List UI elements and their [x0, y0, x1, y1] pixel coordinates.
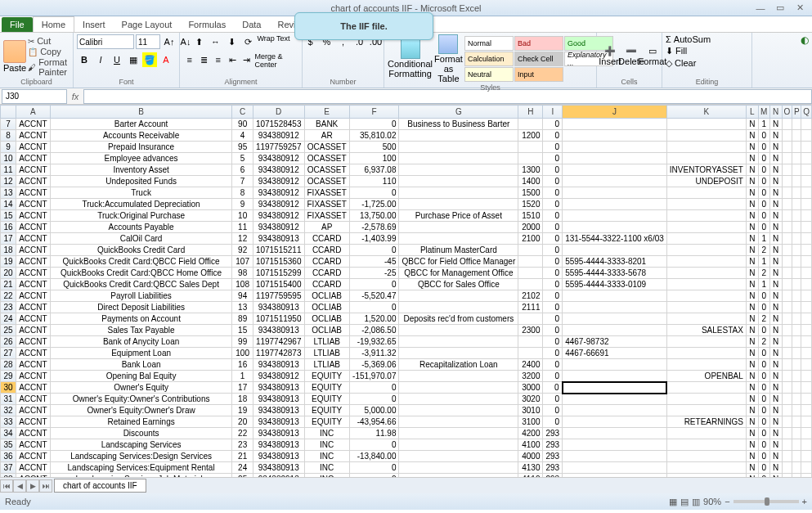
- cell[interactable]: 0: [758, 474, 769, 478]
- cell[interactable]: 0: [758, 164, 769, 176]
- cell[interactable]: 0: [758, 439, 769, 451]
- row-header[interactable]: 7: [1, 119, 16, 130]
- orientation-icon[interactable]: ⟳: [240, 34, 255, 49]
- cell[interactable]: [792, 336, 801, 348]
- cell[interactable]: [782, 119, 792, 130]
- cell[interactable]: Bank Loan: [50, 359, 232, 371]
- cell[interactable]: Direct Deposit Liabilities: [50, 302, 232, 313]
- cell[interactable]: N: [769, 130, 782, 142]
- cell[interactable]: 0: [543, 359, 563, 371]
- cell[interactable]: 89: [232, 313, 253, 325]
- underline-button[interactable]: U: [110, 52, 124, 67]
- cell[interactable]: [399, 416, 518, 428]
- cell[interactable]: [666, 256, 746, 268]
- cell[interactable]: N: [769, 119, 782, 130]
- help-icon[interactable]: ◐: [801, 34, 809, 46]
- cell[interactable]: ACCNT: [16, 256, 50, 268]
- cell[interactable]: [563, 176, 667, 187]
- cell[interactable]: [399, 462, 518, 474]
- cell[interactable]: N: [746, 394, 758, 405]
- cell[interactable]: 0: [543, 142, 563, 153]
- cell[interactable]: [399, 199, 518, 210]
- cell[interactable]: [782, 256, 792, 268]
- cell[interactable]: 934380912: [253, 164, 304, 176]
- cell[interactable]: [801, 359, 812, 371]
- cell[interactable]: [792, 439, 801, 451]
- cell[interactable]: -19,932.65: [349, 336, 399, 348]
- cell[interactable]: 0: [758, 210, 769, 222]
- cell[interactable]: N: [746, 474, 758, 478]
- cell[interactable]: OCLIAB: [304, 302, 349, 313]
- cell[interactable]: [666, 279, 746, 290]
- cell[interactable]: [563, 302, 667, 313]
- cell[interactable]: [563, 199, 667, 210]
- cell[interactable]: [782, 142, 792, 153]
- row-header[interactable]: 8: [1, 130, 16, 142]
- cell[interactable]: N: [769, 142, 782, 153]
- cell[interactable]: Truck:Accumulated Depreciation: [50, 199, 232, 210]
- cell[interactable]: 0: [543, 279, 563, 290]
- cell[interactable]: [399, 142, 518, 153]
- cell[interactable]: Accounts Receivable: [50, 130, 232, 142]
- col-header-M[interactable]: M: [758, 106, 769, 119]
- cell[interactable]: [801, 256, 812, 268]
- cell[interactable]: [801, 348, 812, 359]
- cell[interactable]: 2100: [518, 233, 543, 245]
- cell[interactable]: BANK: [304, 119, 349, 130]
- cell[interactable]: N: [769, 290, 782, 302]
- cell[interactable]: 0: [543, 256, 563, 268]
- cell[interactable]: 0: [349, 439, 399, 451]
- cell[interactable]: 1400: [518, 176, 543, 187]
- cell[interactable]: AP: [304, 222, 349, 233]
- col-header-B[interactable]: B: [50, 106, 232, 119]
- cell[interactable]: N: [769, 325, 782, 336]
- cell[interactable]: ACCNT: [16, 405, 50, 416]
- cell[interactable]: 934380912: [253, 130, 304, 142]
- cell[interactable]: 94: [232, 290, 253, 302]
- cell[interactable]: N: [746, 348, 758, 359]
- style-check-cell[interactable]: Check Cell: [514, 52, 563, 66]
- cell[interactable]: [782, 187, 792, 199]
- cell[interactable]: [801, 405, 812, 416]
- cell[interactable]: Employee advances: [50, 153, 232, 164]
- row-header[interactable]: 34: [1, 428, 16, 439]
- cell[interactable]: FIXASSET: [304, 199, 349, 210]
- format-painter-button[interactable]: Format Painter: [28, 57, 70, 77]
- cell[interactable]: Payments on Account: [50, 313, 232, 325]
- cell[interactable]: QuickBooks Credit Card:QBCC Home Office: [50, 268, 232, 279]
- cell[interactable]: N: [746, 336, 758, 348]
- row-header[interactable]: 21: [1, 279, 16, 290]
- cell[interactable]: EQUITY: [304, 405, 349, 416]
- cell[interactable]: -5,520.47: [349, 290, 399, 302]
- cell[interactable]: [518, 142, 543, 153]
- cell[interactable]: 108: [232, 279, 253, 290]
- cell[interactable]: 934380912: [253, 153, 304, 164]
- col-header-L[interactable]: L: [746, 106, 758, 119]
- cell[interactable]: ACCNT: [16, 199, 50, 210]
- cell[interactable]: 5,000.00: [349, 405, 399, 416]
- style-normal[interactable]: Normal: [464, 36, 514, 51]
- cell[interactable]: 8: [232, 187, 253, 199]
- cell[interactable]: -3,911.32: [349, 348, 399, 359]
- cell[interactable]: [801, 222, 812, 233]
- cell[interactable]: [782, 394, 792, 405]
- cell[interactable]: [801, 371, 812, 382]
- cell[interactable]: 1,520.00: [349, 313, 399, 325]
- cell[interactable]: 2: [758, 336, 769, 348]
- cell[interactable]: OCASSET: [304, 153, 349, 164]
- cell[interactable]: [801, 268, 812, 279]
- row-header[interactable]: 9: [1, 142, 16, 153]
- cell[interactable]: [399, 302, 518, 313]
- cell[interactable]: [399, 348, 518, 359]
- close-icon[interactable]: ✕: [791, 2, 809, 14]
- sheet-nav-prev-icon[interactable]: ◀: [13, 479, 26, 493]
- cell[interactable]: 0: [349, 187, 399, 199]
- row-header[interactable]: 20: [1, 268, 16, 279]
- cell[interactable]: 1197759257: [253, 142, 304, 153]
- format-cells-button[interactable]: ▭Format: [643, 46, 662, 66]
- cell[interactable]: 0: [349, 462, 399, 474]
- cell[interactable]: 0: [349, 394, 399, 405]
- merge-center-button[interactable]: Merge & Center: [254, 52, 298, 69]
- col-header-D[interactable]: D: [253, 106, 304, 119]
- cell[interactable]: [399, 451, 518, 462]
